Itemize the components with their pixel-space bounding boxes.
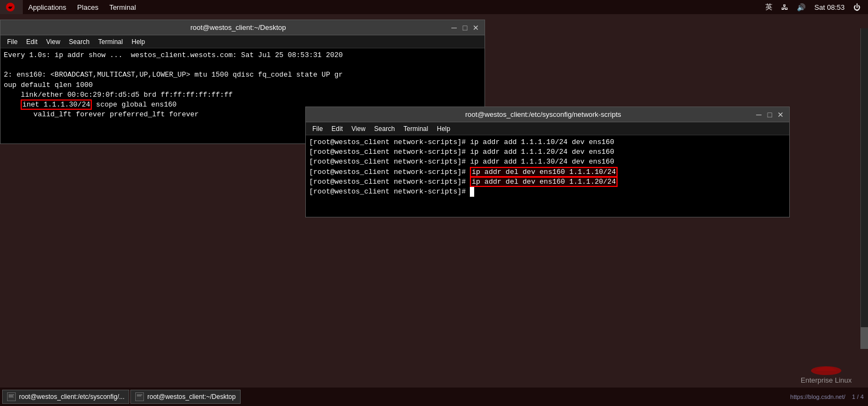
term2-line1: [root@westos_client network-scripts]# ip…	[309, 138, 614, 146]
terminal2-menubar: File Edit View Search Terminal Help	[306, 122, 789, 135]
volume-icon: 🔊	[795, 3, 808, 11]
task-desktop-label: root@westos_client:~/Desktop	[147, 393, 236, 401]
applications-menu[interactable]: Applications	[23, 0, 72, 14]
terminal2-close[interactable]: ✕	[776, 110, 785, 119]
power-icon[interactable]: ⏻	[851, 3, 863, 11]
taskbar-top-left: Applications Places Terminal	[0, 0, 141, 14]
language-indicator[interactable]: 英	[763, 2, 775, 12]
terminal1-menu-search[interactable]: Search	[65, 35, 94, 48]
task-sysconfig[interactable]: root@westos_client:/etc/sysconfig/...	[2, 390, 129, 404]
terminal1-controls: ─ □ ✕	[450, 23, 480, 32]
terminal2-maximize[interactable]: □	[765, 110, 774, 119]
svg-rect-6	[136, 393, 143, 400]
places-menu[interactable]: Places	[72, 0, 104, 14]
terminal1-menu-help[interactable]: Help	[127, 35, 149, 48]
task-desktop[interactable]: root@westos_client:~/Desktop	[130, 390, 241, 404]
rhel-hat-icon	[810, 360, 842, 376]
terminal1-minimize[interactable]: ─	[450, 23, 458, 32]
redhat-icon	[5, 2, 15, 12]
terminal1-menu-edit[interactable]: Edit	[22, 35, 42, 48]
terminal1-close[interactable]: ✕	[471, 23, 480, 32]
clock: Sat 08:53	[812, 3, 847, 11]
desktop: Applications Places Terminal 英 🖧 🔊 Sat 0…	[0, 0, 868, 406]
task-desktop-icon	[135, 392, 144, 401]
terminal2-title: root@westos_client:/etc/sysconfig/networ…	[332, 110, 754, 118]
term1-line5: link/ether 00:0c:29:0f:d5:d5 brd ff:ff:f…	[4, 91, 232, 99]
terminal1-titlebar: root@westos_client:~/Desktop ─ □ ✕	[1, 20, 485, 35]
taskbar-top-right: 英 🖧 🔊 Sat 08:53 ⏻	[763, 2, 868, 12]
term2-line3: [root@westos_client network-scripts]# ip…	[309, 158, 614, 166]
term1-line6: inet 1.1.1.30/24 scope global ens160	[4, 99, 177, 110]
terminal1-menu-file[interactable]: File	[3, 35, 22, 48]
terminal2-scrollbar[interactable]	[860, 28, 868, 349]
rhel-logo: Enterprise Linux	[801, 360, 852, 384]
terminal2-menu-search[interactable]: Search	[370, 122, 399, 135]
taskbar-bottom-right: https://blog.csdn.net/ 1 / 4	[790, 393, 868, 400]
terminal2-minimize[interactable]: ─	[754, 110, 763, 119]
network-icon: 🖧	[779, 3, 790, 11]
term1-line4: oup default qlen 1000	[4, 81, 93, 89]
terminal2-menu-help[interactable]: Help	[432, 122, 455, 135]
term2-line6: [root@westos_client network-scripts]#	[309, 188, 474, 196]
terminal1-menu-view[interactable]: View	[42, 35, 65, 48]
term2-line5: [root@westos_client network-scripts]# ip…	[309, 177, 618, 187]
terminal2-menu-view[interactable]: View	[347, 122, 370, 135]
svg-rect-4	[9, 396, 13, 396]
url-text: https://blog.csdn.net/	[790, 393, 846, 400]
terminal1-menu-terminal[interactable]: Terminal	[94, 35, 127, 48]
svg-rect-7	[137, 395, 142, 395]
page-indicator: 1 / 4	[852, 393, 864, 400]
rhel-text: Enterprise Linux	[801, 376, 852, 384]
terminal1-menubar: File Edit View Search Terminal Help	[1, 35, 485, 48]
terminal2-titlebar: root@westos_client:/etc/sysconfig/networ…	[306, 107, 789, 122]
term1-line1: Every 1.0s: ip addr show ... westos_clie…	[4, 51, 343, 59]
terminal2-menu-edit[interactable]: Edit	[327, 122, 347, 135]
svg-rect-5	[9, 397, 14, 397]
term2-line2: [root@westos_client network-scripts]# ip…	[309, 148, 614, 156]
svg-rect-3	[9, 395, 14, 395]
term1-line3: 2: ens160: <BROADCAST,MULTICAST,UP,LOWER…	[4, 71, 343, 79]
terminal1-maximize[interactable]: □	[461, 23, 469, 32]
scrollbar-thumb[interactable]	[860, 327, 868, 349]
task-sysconfig-icon	[7, 392, 16, 401]
task-sysconfig-label: root@westos_client:/etc/sysconfig/...	[19, 393, 124, 401]
terminal2-menu-file[interactable]: File	[308, 122, 327, 135]
term1-line7: valid_lft forever preferred_lft forever	[4, 110, 199, 118]
redhat-logo[interactable]	[0, 0, 23, 14]
term2-line4: [root@westos_client network-scripts]# ip…	[309, 167, 618, 177]
terminal2-controls: ─ □ ✕	[754, 110, 785, 119]
terminal2-content[interactable]: [root@westos_client network-scripts]# ip…	[306, 135, 789, 217]
taskbar-bottom-left: root@westos_client:/etc/sysconfig/... ro…	[0, 390, 241, 404]
taskbar-bottom: root@westos_client:/etc/sysconfig/... ro…	[0, 388, 868, 406]
taskbar-top: Applications Places Terminal 英 🖧 🔊 Sat 0…	[0, 0, 868, 14]
terminal1-title: root@westos_client:~/Desktop	[27, 23, 450, 32]
terminal-menu[interactable]: Terminal	[104, 0, 141, 14]
terminal-window-2: root@westos_client:/etc/sysconfig/networ…	[305, 107, 790, 217]
svg-rect-8	[137, 396, 141, 396]
terminal2-menu-terminal[interactable]: Terminal	[399, 122, 432, 135]
